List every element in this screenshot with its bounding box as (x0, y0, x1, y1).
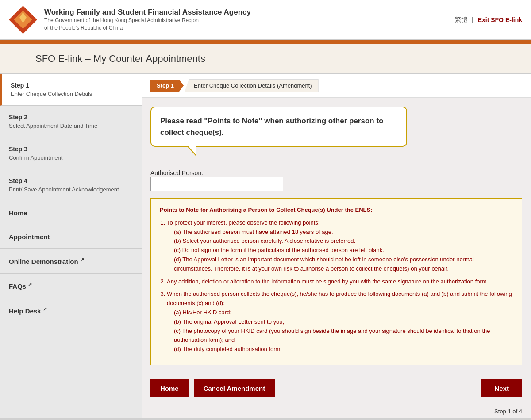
auth-label: Authorised Person: (150, 169, 203, 176)
step-2-label: Step 2 (9, 114, 133, 121)
nav-home[interactable]: Home (0, 201, 142, 225)
sidebar-step-3[interactable]: Step 3 Confirm Appointment (0, 137, 142, 169)
agency-name: Working Family and Student Financial Ass… (44, 8, 251, 17)
step-1-label: Step 1 (11, 82, 133, 89)
tooltip-container: Please read "Points to Note" when author… (150, 107, 522, 147)
points-item3: When the authorised person collects the … (167, 290, 512, 306)
sidebar-step-2[interactable]: Step 2 Select Appointment Date and Time (0, 106, 142, 137)
breadcrumb-page: Enter Cheque Collection Details (Amendme… (185, 79, 319, 92)
breadcrumb-step: Step 1 (150, 80, 184, 92)
exit-link[interactable]: Exit SFO E-link (478, 16, 522, 23)
step-breadcrumb: Step 1 Enter Cheque Collection Details (… (142, 74, 531, 98)
points-item3d: (d) The duly completed authorisation for… (174, 345, 513, 354)
page-title: SFO E-link – My Counter Appointments (35, 53, 518, 65)
page-title-bar: SFO E-link – My Counter Appointments (0, 44, 531, 74)
points-item2: Any addition, deletion or alteration to … (167, 278, 488, 285)
step-2-desc: Select Appointment Date and Time (9, 122, 133, 129)
sidebar-step-1[interactable]: Step 1 Enter Cheque Collection Details (0, 74, 142, 106)
form-area: Authorised Person: (142, 160, 531, 191)
step-3-desc: Confirm Appointment (9, 154, 133, 161)
points-item3b: (b) The original Approval Letter sent to… (174, 317, 513, 327)
points-item3a: (a) His/Her HKID card; (174, 308, 513, 317)
nav-helpdesk[interactable]: Help Desk ↗ (0, 298, 142, 323)
header-right: 繁體 | Exit SFO E-link (455, 16, 522, 24)
header: Working Family and Student Financial Ass… (0, 0, 531, 40)
bottom-bar: Home Cancel Amendment Next (142, 372, 531, 405)
points-item3c: (c) The photocopy of your HKID card (you… (174, 327, 513, 345)
sidebar-step-4[interactable]: Step 4 Print/ Save Appointment Acknowled… (0, 169, 142, 201)
step-count: Step 1 of 4 (142, 405, 531, 418)
step-4-label: Step 4 (9, 177, 133, 184)
points-item1a: (a) The authorised person must have atta… (174, 228, 513, 237)
nav-online-demo[interactable]: Online Demonstration ↗ (0, 249, 142, 274)
points-item1c: (c) Do not sign on the form if the parti… (174, 246, 513, 255)
points-item1: To protect your interest, please observe… (167, 219, 319, 226)
auth-input[interactable] (150, 177, 283, 191)
tooltip-bubble: Please read "Points to Note" when author… (150, 107, 407, 147)
ext-icon-demo: ↗ (80, 257, 84, 262)
home-button[interactable]: Home (150, 379, 189, 397)
step-1-desc: Enter Cheque Collection Details (11, 91, 133, 97)
points-item1d: (d) The Approval Letter is an important … (174, 255, 513, 274)
lang-switch[interactable]: 繁體 (455, 16, 467, 24)
points-box: Points to Note for Authorising a Person … (150, 198, 522, 365)
next-button[interactable]: Next (481, 379, 522, 397)
agency-info: Working Family and Student Financial Ass… (44, 8, 251, 32)
nav-faqs[interactable]: FAQs ↗ (0, 274, 142, 298)
content-area: Step 1 Enter Cheque Collection Details (… (142, 74, 531, 418)
agency-sub: The Government of the Hong Kong Special … (44, 17, 251, 32)
step-3-label: Step 3 (9, 145, 133, 153)
points-title: Points to Note for Authorising a Person … (160, 206, 513, 215)
agency-logo (9, 5, 38, 34)
points-item1b: (b) Select your authorised person carefu… (174, 237, 513, 246)
divider: | (472, 16, 473, 23)
sidebar: Step 1 Enter Cheque Collection Details S… (0, 74, 142, 418)
ext-icon-faqs: ↗ (28, 282, 32, 287)
main-layout: Step 1 Enter Cheque Collection Details S… (0, 74, 531, 418)
ext-icon-helpdesk: ↗ (43, 306, 47, 312)
orange-bar (0, 40, 531, 44)
cancel-button[interactable]: Cancel Amendment (194, 379, 275, 397)
nav-appointment[interactable]: Appointment (0, 225, 142, 249)
step-4-desc: Print/ Save Appointment Acknowledgement (9, 186, 133, 193)
header-left: Working Family and Student Financial Ass… (9, 5, 251, 34)
